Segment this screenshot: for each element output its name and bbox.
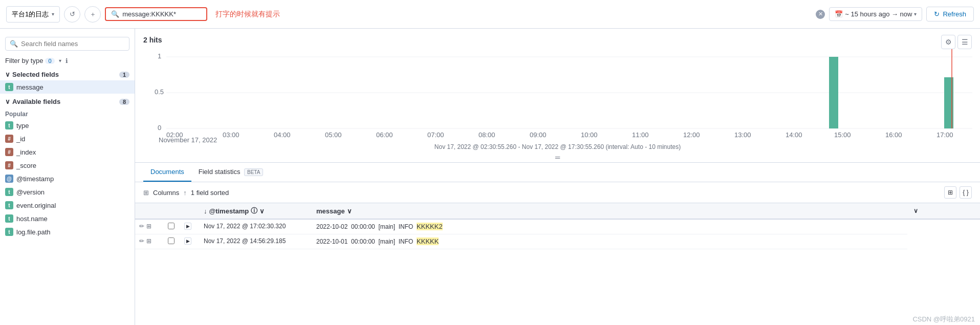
field-name-event-original: event.original	[16, 202, 56, 209]
row2-expand-button[interactable]: ▶	[184, 237, 191, 245]
selected-chevron-icon: ∨	[5, 71, 10, 78]
bar-1	[829, 57, 838, 128]
col-checkbox	[166, 203, 178, 219]
add-icon-button[interactable]: ＋	[84, 6, 101, 23]
svg-text:14:00: 14:00	[786, 131, 802, 139]
field-item-score[interactable]: # _score	[0, 159, 135, 172]
svg-text:06:00: 06:00	[376, 131, 393, 139]
field-name-index: _index	[16, 148, 36, 156]
message-col-label: message	[316, 207, 345, 215]
field-item-type[interactable]: t type	[0, 119, 135, 132]
search-input[interactable]	[122, 10, 194, 18]
grid-view-icon[interactable]: ⊞	[944, 186, 956, 199]
histogram-icons: ⚙ ☰	[941, 35, 972, 49]
filter-count-badge: 0	[45, 58, 54, 64]
row2-inspect-icon[interactable]: ⊞	[146, 237, 151, 245]
tab-documents[interactable]: Documents	[143, 163, 191, 182]
search-fields-icon: 🔍	[10, 40, 18, 48]
available-count-badge: 8	[119, 99, 129, 105]
histogram-area: 2 hits ⚙ ☰ 1 0.5 0 02:00	[135, 29, 980, 163]
time-range-text: ~ 15 hours ago → now	[845, 10, 912, 18]
sort-down-icon: ↓	[204, 207, 207, 215]
time-picker[interactable]: 📅 ~ 15 hours ago → now ▾	[829, 7, 922, 21]
refresh-button[interactable]: ↻ Refresh	[926, 7, 974, 21]
columns-label[interactable]: Columns	[153, 189, 179, 197]
field-type-icon-t: t	[5, 83, 13, 91]
col-timestamp-header[interactable]: ↓ @timestamp ⓘ ∨	[198, 203, 310, 219]
filter-info-icon[interactable]: ℹ	[66, 57, 68, 64]
chart-timestamp: Nov 17, 2022 @ 02:30:55.260 - Nov 17, 20…	[143, 141, 972, 153]
field-type-icon-t5: t	[5, 214, 13, 223]
popular-label: Popular	[0, 107, 135, 119]
selected-fields-header[interactable]: ∨ Selected fields 1	[0, 67, 135, 80]
svg-text:17:00: 17:00	[937, 131, 953, 139]
row2-message: 2022-10-01 00:00:00 [main] INFO KKKKK	[310, 234, 907, 249]
search-box: 🔍	[105, 7, 207, 21]
col-message-header[interactable]: message ∨	[310, 203, 907, 219]
history-icon-button[interactable]: ↺	[64, 6, 80, 23]
field-type-icon-t4: t	[5, 201, 13, 209]
time-picker-chevron: ▾	[914, 11, 917, 17]
svg-text:10:00: 10:00	[581, 131, 598, 139]
field-item-index[interactable]: # _index	[0, 145, 135, 159]
results-table: ↓ @timestamp ⓘ ∨ message ∨	[135, 203, 980, 249]
platform-button[interactable]: 平台1的日志 ▾	[6, 6, 60, 23]
settings-icon-button[interactable]: ⚙	[941, 35, 955, 49]
field-item-version[interactable]: t @version	[0, 185, 135, 199]
field-type-icon-t2: t	[5, 121, 13, 129]
beta-badge: BETA	[244, 168, 263, 176]
search-fields-input[interactable]	[21, 40, 125, 48]
footer-text: CSDN @呼啦弟0921	[912, 315, 975, 323]
selected-fields-list: t message	[0, 80, 135, 94]
field-type-icon-hash2: #	[5, 148, 13, 156]
field-item-log-file-path[interactable]: t log.file.path	[0, 225, 135, 239]
row2-checkbox[interactable]	[168, 237, 175, 244]
available-chevron-icon: ∨	[5, 98, 10, 105]
field-item-host-name[interactable]: t host.name	[0, 212, 135, 225]
plus-icon: ＋	[90, 10, 96, 19]
row1-inspect-icon[interactable]: ⊞	[146, 223, 151, 230]
row1-expand-icon[interactable]: ✏	[139, 223, 144, 230]
field-type-icon-t3: t	[5, 188, 13, 196]
svg-text:04:00: 04:00	[274, 131, 291, 139]
hint-text: 打字的时候就有提示	[215, 10, 280, 19]
field-item-id[interactable]: # _id	[0, 132, 135, 145]
calendar-icon: 📅	[835, 10, 843, 18]
refresh-label: Refresh	[943, 10, 966, 18]
svg-text:16:00: 16:00	[885, 131, 902, 139]
main-layout: 🔍 Filter by type 0 ▾ ℹ ∨ Selected fields…	[0, 29, 980, 325]
top-bar-right: ✕ 📅 ~ 15 hours ago → now ▾ ↻ Refresh	[816, 7, 974, 21]
svg-text:1: 1	[158, 52, 161, 60]
row1-checkbox[interactable]	[168, 223, 175, 229]
svg-text:03:00: 03:00	[223, 131, 239, 139]
row1-controls: ✏ ⊞	[135, 219, 166, 234]
top-bar: 平台1的日志 ▾ ↺ ＋ 🔍 打字的时候就有提示 ✕ 📅 ~ 15 hours …	[0, 0, 980, 29]
row1-expand-button[interactable]: ▶	[184, 223, 191, 230]
history-icon: ↺	[70, 10, 75, 18]
search-field-names-box: 🔍	[5, 37, 129, 51]
filter-by-type[interactable]: Filter by type 0 ▾ ℹ	[0, 55, 135, 67]
available-fields-header[interactable]: ∨ Available fields 8	[0, 94, 135, 107]
svg-text:12:00: 12:00	[683, 131, 700, 139]
timestamp-chevron-icon: ∨	[259, 207, 265, 215]
field-type-icon-hash3: #	[5, 161, 13, 169]
sort-label[interactable]: 1 field sorted	[191, 189, 229, 197]
clear-button[interactable]: ✕	[816, 10, 825, 19]
gear2-icon-button[interactable]: ☰	[957, 35, 972, 49]
row2-expand-icon[interactable]: ✏	[139, 237, 144, 245]
collapse-handle[interactable]: ═	[143, 153, 972, 162]
tab-field-statistics[interactable]: Field statistics BETA	[191, 163, 271, 182]
search-icon: 🔍	[111, 10, 119, 18]
selected-fields-label: Selected fields	[12, 71, 59, 78]
field-name-host-name: host.name	[16, 215, 48, 223]
available-fields-label: Available fields	[12, 98, 60, 105]
svg-text:13:00: 13:00	[734, 131, 751, 139]
field-type-icon-t6: t	[5, 228, 13, 236]
platform-label: 平台1的日志	[12, 10, 49, 19]
col-expand-right: ∨	[907, 203, 980, 219]
field-item-event-original[interactable]: t event.original	[0, 199, 135, 212]
json-view-icon[interactable]: { }	[960, 186, 972, 199]
field-item-timestamp[interactable]: @ @timestamp	[0, 172, 135, 185]
field-item-message[interactable]: t message	[0, 80, 135, 94]
footer: CSDN @呼啦弟0921	[907, 314, 980, 325]
